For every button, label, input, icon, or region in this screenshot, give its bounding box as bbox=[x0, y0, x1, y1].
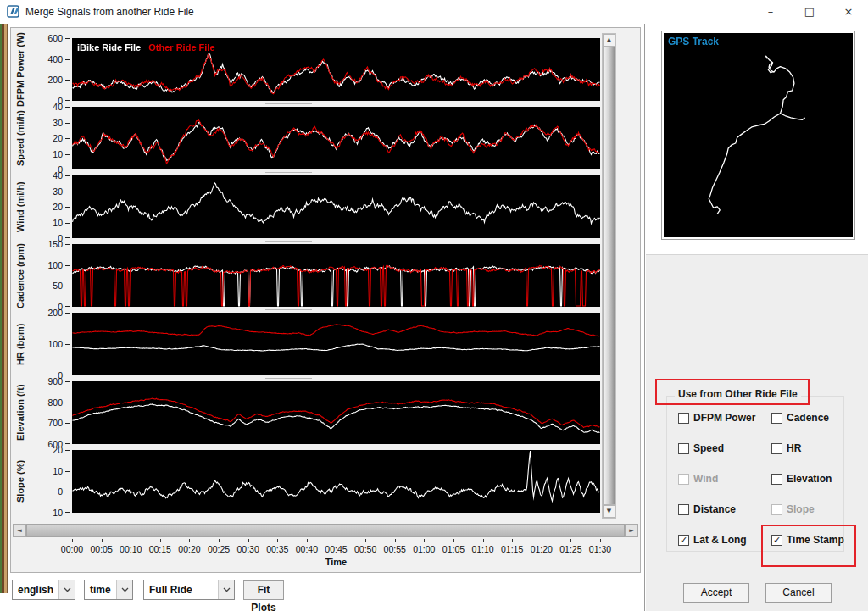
plot-canvas-hr bbox=[72, 313, 600, 375]
x-mode-dropdown[interactable]: time bbox=[84, 580, 133, 600]
tick-mark bbox=[65, 207, 70, 208]
range-dropdown-value: Full Ride bbox=[144, 584, 218, 596]
plot-row-slope: Slope (%)20100-10 bbox=[11, 450, 615, 513]
checkbox-distance[interactable]: Distance bbox=[678, 503, 771, 515]
x-tick-label: 01:10 bbox=[471, 544, 493, 554]
window-controls: – □ × bbox=[751, 0, 868, 24]
checkbox-box-lat-long[interactable]: ✓ bbox=[678, 535, 689, 546]
tick-mark bbox=[65, 237, 70, 238]
x-tick-mark bbox=[365, 539, 366, 542]
gps-track-frame: GPS Track bbox=[661, 31, 855, 240]
checkbox-wind: Wind bbox=[678, 473, 771, 485]
pane-resize-handle[interactable] bbox=[265, 103, 312, 104]
plot-canvas-speed bbox=[72, 107, 600, 169]
checkbox-box-dfpm-power[interactable] bbox=[678, 413, 689, 424]
tick-label: 600 bbox=[47, 33, 63, 43]
tick-label: 400 bbox=[47, 54, 63, 64]
x-tick-label: 01:15 bbox=[501, 544, 523, 554]
checkbox-speed[interactable]: Speed bbox=[678, 442, 771, 454]
plot-legend: iBike Ride File Other Ride File bbox=[77, 42, 215, 53]
x-tick-mark bbox=[542, 539, 542, 542]
pane-resize-handle[interactable] bbox=[265, 241, 312, 242]
checkbox-box-elevation[interactable] bbox=[771, 474, 782, 485]
checkbox-box-distance[interactable] bbox=[678, 504, 689, 515]
vertical-scrollbar-thumb[interactable] bbox=[603, 47, 615, 505]
tick-label: 40 bbox=[53, 102, 63, 112]
checkbox-label-slope: Slope bbox=[787, 503, 815, 515]
tick-mark bbox=[65, 59, 70, 60]
checkbox-dfpm-power[interactable]: DFPM Power bbox=[678, 412, 771, 424]
y-axis-ticks-dfpm-power: 6004002000 bbox=[28, 38, 70, 101]
checkbox-hr[interactable]: HR bbox=[771, 442, 860, 454]
pane-resize-handle[interactable] bbox=[265, 309, 312, 310]
checkbox-elevation[interactable]: Elevation bbox=[771, 473, 860, 485]
plot-canvas-slope bbox=[72, 450, 600, 513]
tick-label: 150 bbox=[47, 239, 63, 249]
pane-resize-handle[interactable] bbox=[265, 447, 312, 447]
checkbox-box-hr[interactable] bbox=[771, 443, 782, 454]
fit-plots-button[interactable]: Fit Plots bbox=[243, 580, 284, 600]
cancel-button[interactable]: Cancel bbox=[765, 583, 832, 603]
y-axis-label-cadence: Cadence (rpm) bbox=[13, 244, 27, 307]
maximize-button[interactable]: □ bbox=[790, 0, 829, 24]
accept-button[interactable]: Accept bbox=[683, 583, 749, 603]
x-tick-label: 00:55 bbox=[384, 544, 406, 554]
time-axis: 00:0000:0500:1000:1500:2000:2500:3000:35… bbox=[11, 539, 642, 573]
gps-track-title: GPS Track bbox=[668, 36, 719, 47]
pane-resize-handle[interactable] bbox=[265, 172, 312, 173]
checkbox-label-dfpm-power: DFPM Power bbox=[693, 412, 755, 424]
language-dropdown[interactable]: english bbox=[12, 580, 75, 600]
x-tick-mark bbox=[512, 539, 513, 542]
scroll-up-button[interactable]: ▲ bbox=[603, 34, 615, 47]
tick-mark bbox=[65, 265, 70, 266]
scroll-down-button[interactable]: ▼ bbox=[603, 505, 615, 518]
tick-label: 900 bbox=[47, 376, 63, 386]
scroll-right-button[interactable]: ► bbox=[625, 524, 638, 537]
plot-row-elevation: Elevation (ft)900800700600 bbox=[11, 381, 615, 444]
y-axis-ticks-speed: 403020100 bbox=[28, 107, 70, 169]
horizontal-scrollbar-thumb[interactable] bbox=[26, 524, 625, 537]
x-tick-mark bbox=[453, 539, 454, 542]
plot-canvas-elevation bbox=[72, 381, 600, 444]
tick-label: 0 bbox=[58, 486, 63, 497]
x-tick-label: 00:10 bbox=[120, 544, 142, 554]
plot-row-cadence: Cadence (rpm)150100500 bbox=[11, 244, 615, 307]
range-dropdown[interactable]: Full Ride bbox=[143, 580, 235, 600]
checkbox-label-wind: Wind bbox=[693, 473, 718, 485]
tick-label: 30 bbox=[53, 186, 63, 197]
y-axis-label-slope: Slope (%) bbox=[13, 450, 27, 513]
y-axis-label-speed: Speed (mi/h) bbox=[13, 107, 27, 169]
close-button[interactable]: × bbox=[829, 0, 868, 24]
x-tick-label: 00:15 bbox=[149, 544, 171, 554]
tick-label: 10 bbox=[53, 218, 63, 228]
tick-mark bbox=[65, 381, 70, 382]
tick-label: 20 bbox=[53, 202, 63, 212]
pane-resize-handle[interactable] bbox=[265, 378, 312, 379]
x-tick-mark bbox=[600, 539, 601, 542]
y-axis-ticks-elevation: 900800700600 bbox=[28, 381, 70, 444]
horizontal-scrollbar[interactable]: ◄ ► bbox=[13, 524, 638, 537]
x-tick-label: 00:25 bbox=[208, 544, 230, 554]
checkbox-box-cadence[interactable] bbox=[771, 413, 782, 424]
checkbox-cadence[interactable]: Cadence bbox=[771, 412, 860, 424]
scroll-left-button[interactable]: ◄ bbox=[13, 524, 26, 537]
x-tick-label: 01:20 bbox=[531, 544, 553, 554]
y-axis-label-hr: HR (bpm) bbox=[13, 313, 27, 375]
plot-canvas-wind bbox=[72, 175, 600, 238]
checkbox-box-wind bbox=[678, 474, 689, 485]
x-tick-mark bbox=[160, 539, 161, 542]
checkbox-lat-long[interactable]: ✓Lat & Long bbox=[678, 534, 771, 546]
tick-label: 200 bbox=[47, 75, 63, 85]
y-axis-label-dfpm-power: DFPM Power (W) bbox=[13, 38, 27, 101]
tick-mark bbox=[65, 138, 70, 139]
minimize-button[interactable]: – bbox=[751, 0, 790, 24]
tick-mark bbox=[65, 169, 70, 169]
vertical-scrollbar[interactable]: ▲ ▼ bbox=[602, 33, 616, 519]
x-tick-label: 00:00 bbox=[61, 544, 83, 554]
tick-mark bbox=[65, 175, 70, 176]
merge-signals-window: Merge Signals from another Ride File – □… bbox=[0, 0, 868, 611]
x-tick-mark bbox=[483, 539, 484, 542]
plot-row-speed: Speed (mi/h)403020100 bbox=[11, 107, 615, 169]
checkbox-box-speed[interactable] bbox=[678, 443, 689, 454]
x-tick-label: 00:20 bbox=[178, 544, 200, 554]
